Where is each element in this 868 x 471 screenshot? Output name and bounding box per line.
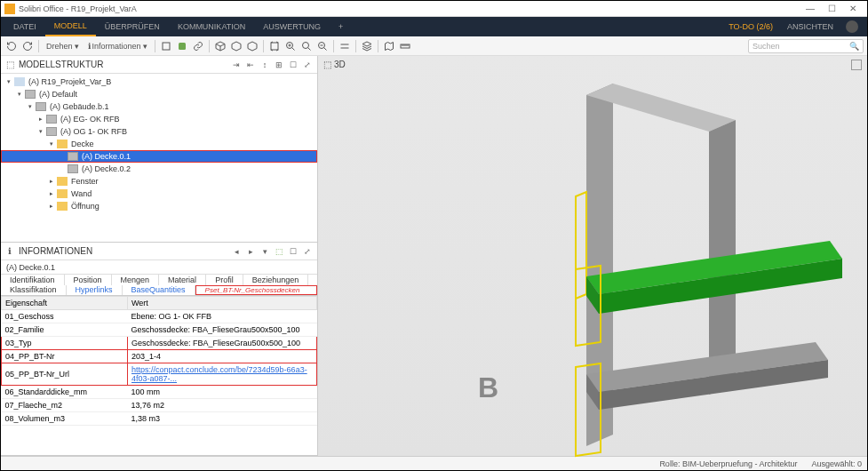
info-tab[interactable]: Klassifikation	[1, 285, 67, 296]
info-tool-b[interactable]: ☐	[287, 245, 299, 258]
tree-tool-6[interactable]: ⤢	[301, 59, 314, 71]
selection-icon[interactable]	[175, 39, 189, 53]
cube-icon[interactable]	[213, 39, 227, 53]
cube2-icon[interactable]	[229, 39, 243, 53]
svg-rect-0	[163, 43, 170, 50]
tree-node-icon	[36, 102, 46, 111]
tree-row[interactable]: ▸Fenster	[1, 175, 317, 188]
tree-row[interactable]: ▸Öffnung	[1, 200, 317, 212]
tree-toggle-icon[interactable]: ▾	[27, 103, 34, 110]
property-row[interactable]: 07_Flaeche_m213,76 m2	[2, 399, 317, 412]
info-next[interactable]: ▸	[244, 245, 257, 258]
col-value[interactable]: Wert	[128, 297, 317, 310]
info-tab[interactable]: Beziehungen	[243, 275, 309, 285]
property-row[interactable]: 01_GeschossEbene: OG 1- OK FFB	[2, 310, 317, 323]
tree-panel-title: MODELLSTRUKTUR	[19, 60, 227, 69]
rotate-tool[interactable]: Drehen ▾	[43, 42, 83, 51]
tree-node-label: (A) Decke.0.1	[80, 152, 131, 161]
model-tree[interactable]: ▾(A) R19_Projekt_Var_B▾(A) Default▾(A) G…	[1, 74, 317, 242]
col-property[interactable]: Eigenschaft	[2, 297, 128, 310]
search-input[interactable]: Suchen 🔍	[748, 39, 864, 53]
maximize-button[interactable]: ☐	[821, 3, 842, 15]
cube3-icon[interactable]	[245, 39, 259, 53]
zoom-in-icon[interactable]	[283, 39, 298, 53]
tree-row[interactable]: ▾(A) Default	[1, 88, 317, 100]
info-dropdown[interactable]: ▾	[259, 245, 271, 258]
undo-icon[interactable]	[4, 39, 19, 53]
3d-viewport[interactable]: ⬚ 3D B	[318, 56, 867, 456]
todo-count[interactable]: TO-DO (2/6)	[721, 22, 780, 31]
property-row[interactable]: 04_PP_BT-Nr203_1-4	[2, 350, 317, 363]
info-tab[interactable]: BaseQuantities	[123, 285, 195, 296]
property-row[interactable]: 06_Standarddicke_mm100 mm	[2, 386, 317, 399]
tree-row[interactable]: ▾(A) Gebäude.b.1	[1, 100, 317, 113]
tree-toggle-icon[interactable]: ▸	[48, 190, 55, 197]
zoom-out-icon[interactable]	[315, 39, 330, 53]
tree-toggle-icon[interactable]: ▸	[48, 203, 55, 210]
menu-model[interactable]: MODELL	[45, 17, 96, 36]
menu-plus[interactable]: +	[330, 17, 352, 36]
svg-marker-10	[576, 192, 586, 299]
info-tab[interactable]: Mengen	[112, 275, 160, 285]
prop-value: 100 mm	[128, 386, 317, 399]
tree-tool-2[interactable]: ⇤	[244, 59, 257, 71]
map-icon[interactable]	[382, 39, 396, 53]
zoom-select-icon[interactable]	[299, 39, 314, 53]
property-row[interactable]: 08_Volumen_m31,38 m3	[2, 412, 317, 426]
menu-communication[interactable]: KOMMUNIKATION	[169, 17, 254, 36]
tree-tool-3[interactable]: ↕	[259, 59, 271, 71]
tree-node-label: Öffnung	[69, 202, 100, 211]
tree-row[interactable]: ▾Decke	[1, 138, 317, 150]
tree-toggle-icon[interactable]: ▾	[37, 128, 44, 135]
tree-toggle-icon[interactable]: ▾	[16, 91, 23, 98]
info-tool-a[interactable]: ⬚	[273, 245, 285, 258]
info-tab[interactable]: Profil	[206, 275, 243, 285]
property-row[interactable]: 02_FamilieGeschossdecke: FBA_FlieseGrau5…	[2, 323, 317, 337]
tree-toggle-icon[interactable]: ▸	[37, 116, 44, 123]
tree-panel-header: ⬚ MODELLSTRUKTUR ⇥ ⇤ ↕ ⊞ ☐ ⤢	[1, 56, 317, 74]
minimize-button[interactable]: —	[800, 3, 821, 15]
info-tool[interactable]: ℹ Informationen ▾	[84, 42, 151, 51]
prop-name: 03_Typ	[2, 337, 128, 350]
section-letter: B	[478, 371, 498, 404]
pset-banner[interactable]: Pset_BT-Nr_Geschossdecken	[195, 285, 317, 296]
menu-check[interactable]: ÜBERPRÜFEN	[96, 17, 169, 36]
tree-icon: ⬚	[4, 60, 15, 70]
property-row[interactable]: 03_TypGeschossdecke: FBA_FlieseGrau500x5…	[2, 337, 317, 350]
tree-row[interactable]: ▸(A) EG- OK RFB	[1, 113, 317, 125]
info-tab[interactable]: Material	[159, 275, 206, 285]
info-tool-c[interactable]: ⤢	[301, 245, 314, 258]
tree-tool-4[interactable]: ⊞	[273, 59, 285, 71]
menu-file[interactable]: DATEI	[4, 17, 45, 36]
tool-icon[interactable]	[159, 39, 173, 53]
tree-tool-5[interactable]: ☐	[287, 59, 299, 71]
ruler-icon[interactable]	[398, 39, 412, 53]
section-icon[interactable]	[338, 39, 352, 53]
link-icon[interactable]	[191, 39, 205, 53]
user-avatar[interactable]	[846, 20, 858, 33]
info-tab[interactable]: Hyperlinks	[67, 285, 123, 296]
home-extent-icon[interactable]	[267, 39, 282, 53]
viewport-maximize-icon[interactable]	[851, 60, 862, 70]
tree-row[interactable]: ▾(A) R19_Projekt_Var_B	[1, 76, 317, 88]
tree-row[interactable]: ▸Wand	[1, 188, 317, 200]
layers-icon[interactable]	[360, 39, 374, 53]
tree-toggle-icon[interactable]: ▸	[48, 178, 55, 185]
tree-node-icon	[57, 189, 68, 198]
property-row[interactable]: 05_PP_BT-Nr_Urlhttps://conpact.conclude.…	[2, 363, 317, 386]
redo-icon[interactable]	[20, 39, 35, 53]
menu-evaluation[interactable]: AUSWERTUNG	[254, 17, 330, 36]
tree-tool-1[interactable]: ⇥	[230, 59, 243, 71]
info-icon: ℹ	[4, 246, 15, 257]
tree-row[interactable]: (A) Decke.0.1	[1, 150, 317, 163]
tree-row[interactable]: (A) Decke.0.2	[1, 163, 317, 175]
info-tab[interactable]: Position	[65, 275, 112, 285]
info-tab[interactable]: Identifikation	[1, 275, 65, 285]
views-button[interactable]: ANSICHTEN	[780, 22, 840, 31]
tree-row[interactable]: ▾(A) OG 1- OK RFB	[1, 125, 317, 138]
close-button[interactable]: ✕	[842, 3, 864, 15]
tree-toggle-icon[interactable]: ▾	[5, 78, 12, 85]
tree-toggle-icon[interactable]: ▾	[48, 140, 55, 148]
tree-node-label: Fenster	[69, 177, 99, 186]
info-prev[interactable]: ◂	[230, 245, 243, 258]
